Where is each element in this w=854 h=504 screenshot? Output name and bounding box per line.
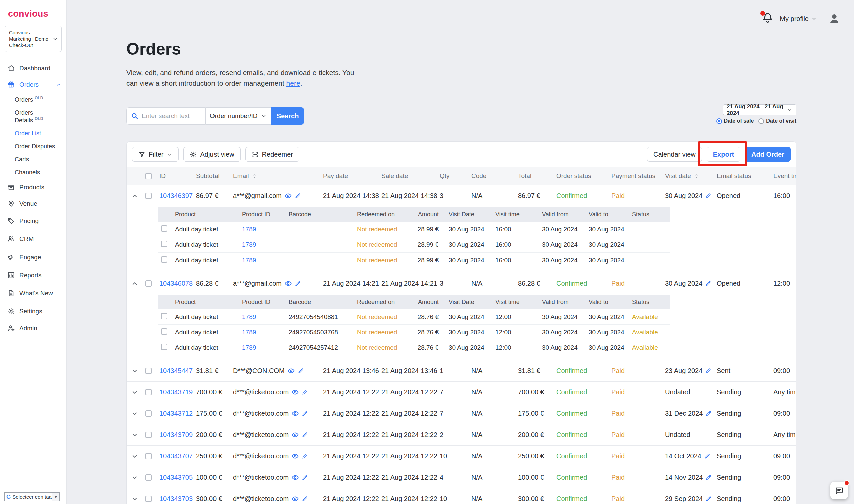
order-id-link[interactable]: 104346078 — [160, 280, 196, 287]
workspace-selector[interactable]: Convious Marketing | Demo Check-Out — [5, 26, 62, 52]
view-email-icon[interactable] — [284, 192, 292, 200]
edit-visit-date-icon[interactable] — [705, 193, 711, 199]
edit-visit-date-icon[interactable] — [705, 496, 712, 502]
sidebar-item-whats-new[interactable]: What's New — [0, 284, 67, 302]
row-checkbox[interactable] — [145, 474, 152, 481]
view-email-icon[interactable] — [291, 388, 299, 396]
expand-row-icon[interactable] — [131, 367, 139, 375]
sort-icon[interactable] — [693, 174, 699, 179]
sidebar-item-carts[interactable]: Carts — [0, 153, 67, 166]
select-all-checkbox[interactable] — [145, 173, 152, 179]
expand-row-icon[interactable] — [131, 431, 139, 439]
search-input[interactable] — [142, 112, 201, 120]
edit-visit-date-icon[interactable] — [705, 280, 711, 287]
sidebar-item-channels[interactable]: Channels — [0, 166, 67, 179]
feedback-widget-button[interactable] — [830, 482, 848, 499]
product-id-link[interactable]: 1789 — [242, 344, 289, 351]
edit-email-icon[interactable] — [302, 389, 308, 395]
row-checkbox[interactable] — [145, 453, 152, 459]
order-id-link[interactable]: 104343703 — [160, 495, 196, 503]
order-id-link[interactable]: 104345447 — [160, 367, 196, 375]
item-checkbox[interactable] — [161, 344, 167, 350]
view-email-icon[interactable] — [291, 495, 299, 503]
sidebar-item-crm[interactable]: CRM — [0, 230, 67, 248]
row-checkbox[interactable] — [145, 280, 152, 287]
expand-row-icon[interactable] — [131, 453, 139, 460]
sidebar-item-orders-old[interactable]: OrdersOLD — [0, 93, 67, 106]
order-id-link[interactable]: 104343707 — [160, 452, 196, 460]
search-field[interactable] — [126, 107, 206, 125]
sidebar-item-order-list[interactable]: Order List — [0, 127, 67, 140]
search-button[interactable]: Search — [271, 107, 304, 125]
edit-email-icon[interactable] — [302, 474, 308, 481]
expand-row-icon[interactable] — [131, 389, 139, 396]
sidebar-item-orders[interactable]: Orders — [0, 76, 67, 93]
order-id-link[interactable]: 104343709 — [160, 431, 196, 439]
redeemer-button[interactable]: Redeemer — [245, 147, 299, 162]
radio-unselected-icon[interactable] — [758, 119, 764, 124]
product-id-link[interactable]: 1789 — [242, 328, 289, 336]
collapse-row-icon[interactable] — [131, 280, 139, 287]
language-selector[interactable]: G Selecteer een taal ▼ — [4, 492, 60, 501]
item-checkbox[interactable] — [161, 256, 167, 263]
sidebar-item-engage[interactable]: Engage — [0, 248, 67, 266]
date-range-picker[interactable]: 21 Aug 2024 - 21 Aug 2024 — [723, 104, 796, 115]
collapse-row-icon[interactable] — [131, 193, 139, 200]
view-email-icon[interactable] — [291, 431, 299, 439]
sidebar-item-admin[interactable]: Admin — [0, 320, 67, 336]
row-checkbox[interactable] — [145, 496, 152, 502]
edit-email-icon[interactable] — [297, 367, 304, 374]
view-email-icon[interactable] — [284, 280, 292, 287]
sidebar-item-reports[interactable]: Reports — [0, 266, 67, 284]
row-checkbox[interactable] — [145, 389, 152, 395]
calendar-view-button[interactable]: Calendar view — [647, 147, 702, 162]
language-caret[interactable]: ▼ — [52, 493, 59, 501]
adjust-view-button[interactable]: Adjust view — [183, 147, 240, 162]
sidebar-item-products[interactable]: Products — [0, 179, 67, 196]
sidebar-item-orders-details[interactable]: Orders DetailsOLD — [0, 106, 67, 127]
product-id-link[interactable]: 1789 — [242, 313, 289, 321]
sidebar-item-dashboard[interactable]: Dashboard — [0, 60, 67, 76]
edit-email-icon[interactable] — [294, 193, 301, 199]
order-id-link[interactable]: 104343712 — [160, 410, 196, 417]
expand-row-icon[interactable] — [131, 474, 139, 481]
row-checkbox[interactable] — [145, 367, 152, 374]
view-email-icon[interactable] — [287, 367, 295, 375]
view-email-icon[interactable] — [291, 474, 299, 481]
row-checkbox[interactable] — [145, 410, 152, 417]
row-checkbox[interactable] — [145, 432, 152, 438]
edit-visit-date-icon[interactable] — [705, 367, 711, 374]
intro-here-link[interactable]: here — [286, 79, 300, 87]
product-id-link[interactable]: 1789 — [242, 241, 289, 249]
sort-icon[interactable] — [252, 174, 257, 179]
edit-email-icon[interactable] — [302, 432, 308, 438]
edit-email-icon[interactable] — [302, 496, 308, 502]
edit-email-icon[interactable] — [302, 453, 308, 459]
view-email-icon[interactable] — [291, 410, 299, 417]
sidebar-item-venue[interactable]: Venue — [0, 196, 67, 212]
expand-row-icon[interactable] — [131, 495, 139, 503]
item-checkbox[interactable] — [161, 226, 167, 232]
search-type-select[interactable]: Order number/ID — [206, 107, 271, 125]
edit-visit-date-icon[interactable] — [704, 453, 710, 459]
edit-visit-date-icon[interactable] — [705, 474, 712, 481]
radio-selected-icon[interactable] — [716, 119, 722, 124]
order-id-link[interactable]: 104343705 — [160, 474, 196, 481]
expand-row-icon[interactable] — [131, 410, 139, 417]
view-email-icon[interactable] — [291, 452, 299, 460]
export-button[interactable]: Export — [707, 147, 740, 162]
row-checkbox[interactable] — [145, 193, 152, 199]
radio-date-of-sale[interactable]: Date of sale — [716, 118, 754, 124]
item-checkbox[interactable] — [161, 241, 167, 247]
edit-email-icon[interactable] — [294, 280, 301, 287]
edit-visit-date-icon[interactable] — [705, 410, 712, 417]
item-checkbox[interactable] — [161, 313, 167, 319]
order-id-link[interactable]: 104343719 — [160, 388, 196, 396]
edit-email-icon[interactable] — [302, 410, 308, 417]
filter-button[interactable]: Filter — [132, 147, 179, 162]
sidebar-item-settings[interactable]: Settings — [0, 302, 67, 320]
add-order-button[interactable]: Add Order — [745, 147, 791, 162]
product-id-link[interactable]: 1789 — [242, 226, 289, 233]
sidebar-item-order-disputes[interactable]: Order Disputes — [0, 140, 67, 153]
radio-date-of-visit[interactable]: Date of visit — [758, 118, 796, 124]
